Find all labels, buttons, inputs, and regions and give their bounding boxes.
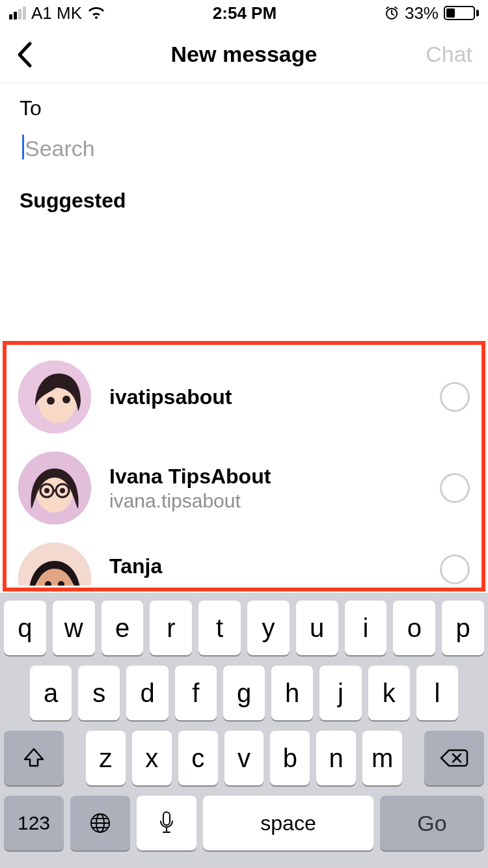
suggested-list: ivatipsabout Ivana TipsAbout ivana.tipsa…	[0, 351, 488, 586]
text-cursor	[22, 135, 24, 159]
svg-point-10	[44, 488, 49, 493]
carrier-label: A1 MK	[31, 3, 82, 23]
svg-point-3	[47, 397, 55, 405]
keyboard: qwertyuiop asdfghjkl zxcvbnm 123 space G…	[0, 593, 488, 868]
suggested-heading: Suggested	[20, 189, 468, 213]
battery-pct: 33%	[405, 3, 439, 23]
backspace-key[interactable]	[424, 731, 484, 785]
avatar	[18, 452, 91, 524]
status-right: 33%	[384, 3, 479, 23]
key-a[interactable]: a	[30, 666, 72, 720]
to-label: To	[20, 96, 468, 120]
svg-rect-19	[163, 812, 170, 825]
svg-point-11	[60, 488, 65, 493]
status-time: 2:54 PM	[213, 3, 277, 23]
key-i[interactable]: i	[345, 601, 387, 655]
status-left: A1 MK	[9, 3, 105, 23]
key-f[interactable]: f	[175, 666, 217, 720]
list-item-name: ivatipsabout	[109, 385, 422, 409]
key-g[interactable]: g	[223, 666, 265, 720]
signal-icon	[9, 7, 26, 20]
key-l[interactable]: l	[416, 666, 458, 720]
key-n[interactable]: n	[316, 731, 356, 785]
key-z[interactable]: z	[86, 731, 126, 785]
wifi-icon	[87, 6, 105, 20]
page-title: New message	[0, 42, 488, 67]
nav-bar: New message Chat	[0, 26, 488, 83]
select-radio[interactable]	[440, 473, 470, 503]
battery-icon	[444, 6, 479, 20]
dictation-key[interactable]	[137, 796, 197, 850]
key-d[interactable]: d	[126, 666, 168, 720]
numbers-key[interactable]: 123	[4, 796, 64, 850]
key-h[interactable]: h	[271, 666, 313, 720]
go-key[interactable]: Go	[380, 796, 484, 850]
key-b[interactable]: b	[270, 731, 310, 785]
key-e[interactable]: e	[102, 601, 144, 655]
shift-key[interactable]	[4, 731, 64, 785]
avatar	[18, 543, 91, 586]
key-s[interactable]: s	[78, 666, 120, 720]
key-r[interactable]: r	[150, 601, 192, 655]
key-o[interactable]: o	[393, 601, 435, 655]
globe-key[interactable]	[70, 796, 130, 850]
chat-button[interactable]: Chat	[426, 42, 472, 67]
list-item[interactable]: ivatipsabout	[0, 351, 488, 442]
key-q[interactable]: q	[4, 601, 46, 655]
svg-point-4	[62, 396, 70, 403]
key-c[interactable]: c	[178, 731, 218, 785]
search-input[interactable]	[20, 132, 468, 165]
key-w[interactable]: w	[53, 601, 95, 655]
key-x[interactable]: x	[132, 731, 172, 785]
status-bar: A1 MK 2:54 PM 33%	[0, 0, 488, 26]
list-item[interactable]: Tanja	[0, 534, 488, 586]
key-k[interactable]: k	[368, 666, 410, 720]
list-item-name: Tanja	[109, 554, 422, 578]
key-j[interactable]: j	[319, 666, 361, 720]
key-v[interactable]: v	[224, 731, 264, 785]
space-key[interactable]: space	[203, 796, 373, 850]
alarm-icon	[384, 5, 400, 21]
key-u[interactable]: u	[296, 601, 338, 655]
list-item[interactable]: Ivana TipsAbout ivana.tipsabout	[0, 442, 488, 534]
key-t[interactable]: t	[198, 601, 241, 655]
avatar	[18, 360, 91, 433]
key-p[interactable]: p	[442, 601, 484, 655]
list-item-name: Ivana TipsAbout	[109, 465, 422, 489]
select-radio[interactable]	[440, 554, 470, 584]
select-radio[interactable]	[440, 382, 470, 412]
search-field-wrap[interactable]	[20, 132, 468, 165]
key-y[interactable]: y	[247, 601, 290, 655]
list-item-sub: ivana.tipsabout	[109, 490, 422, 512]
back-button[interactable]	[16, 41, 33, 68]
key-m[interactable]: m	[362, 731, 402, 785]
